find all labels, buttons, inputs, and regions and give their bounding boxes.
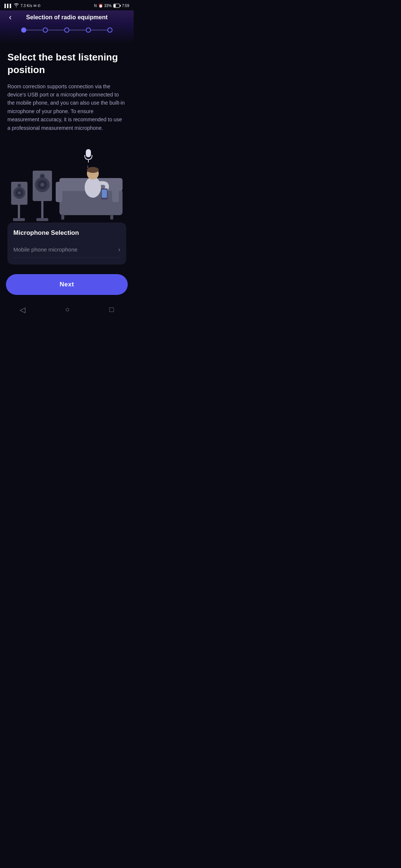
svg-rect-25 (112, 182, 119, 202)
back-icon: ‹ (9, 13, 12, 22)
svg-point-30 (87, 167, 99, 173)
status-left: ▌▌▌ 7.3 K/s ✉ ✆ (4, 3, 40, 8)
nav-recent-icon[interactable]: □ (109, 305, 114, 314)
mic-card: Microphone Selection Mobile phone microp… (7, 223, 126, 264)
signal-icon: ▌▌▌ (4, 4, 12, 8)
step-line-3 (69, 30, 86, 30)
nav-home-icon[interactable]: ○ (65, 305, 69, 314)
scroll-area[interactable]: Select the best listening position Room … (0, 44, 134, 270)
svg-rect-19 (86, 149, 91, 157)
battery-icon (113, 4, 121, 8)
n-badge: N (94, 4, 97, 8)
svg-rect-24 (56, 182, 62, 202)
svg-rect-12 (36, 218, 48, 221)
svg-rect-3 (18, 204, 20, 219)
status-bar: ▌▌▌ 7.3 K/s ✉ ✆ N ⏰ 33% 7:59 (0, 0, 134, 10)
time-text: 7:59 (122, 4, 129, 8)
step-3 (64, 27, 69, 33)
bottom-area: Next (0, 270, 134, 301)
svg-rect-32 (102, 190, 107, 198)
svg-point-10 (19, 184, 20, 186)
svg-rect-27 (110, 214, 113, 220)
alarm-icon: ⏰ (98, 4, 103, 8)
illustration-area: ↓ (7, 141, 126, 223)
next-button[interactable]: Next (6, 274, 128, 295)
page-description: Room correction supports connection via … (7, 82, 126, 132)
svg-point-28 (85, 177, 101, 198)
svg-rect-2 (114, 4, 115, 7)
step-indicator (6, 26, 128, 36)
mic-card-title: Microphone Selection (13, 229, 120, 237)
svg-point-18 (41, 175, 44, 177)
main-content: Select the best listening position Room … (0, 44, 134, 264)
header-bar: ‹ Selection of radio equipment (6, 10, 128, 26)
person-couch-illustration: ↓ (52, 148, 126, 223)
step-4 (86, 27, 91, 33)
mic-option[interactable]: Mobile phone microphone › (13, 242, 120, 258)
svg-rect-1 (120, 5, 121, 7)
step-line-2 (48, 30, 64, 30)
svg-point-8 (18, 191, 21, 194)
step-2 (43, 27, 48, 33)
step-line-1 (26, 30, 43, 30)
svg-rect-26 (61, 214, 64, 220)
svg-rect-4 (13, 218, 25, 221)
battery-text: 33% (104, 4, 112, 8)
svg-point-16 (40, 183, 44, 187)
page-title: Select the best listening position (7, 51, 126, 76)
speed-text: 7.3 K/s (20, 4, 32, 8)
header-title: Selection of radio equipment (26, 14, 108, 21)
msg-icons: ✉ ✆ (33, 4, 40, 8)
nav-bar: ◁ ○ □ (0, 301, 134, 317)
header-area: ‹ Selection of radio equipment (0, 10, 134, 44)
mic-option-label: Mobile phone microphone (13, 246, 78, 253)
status-right: N ⏰ 33% 7:59 (94, 4, 129, 8)
svg-rect-11 (41, 200, 43, 219)
wifi-icon (14, 3, 19, 8)
back-button[interactable]: ‹ (6, 11, 14, 24)
page-wrapper: ▌▌▌ 7.3 K/s ✉ ✆ N ⏰ 33% 7:59 (0, 0, 134, 317)
step-1 (21, 27, 26, 33)
nav-back-icon[interactable]: ◁ (20, 305, 25, 314)
chevron-right-icon: › (118, 246, 120, 253)
step-5 (107, 27, 113, 33)
step-line-4 (91, 30, 107, 30)
